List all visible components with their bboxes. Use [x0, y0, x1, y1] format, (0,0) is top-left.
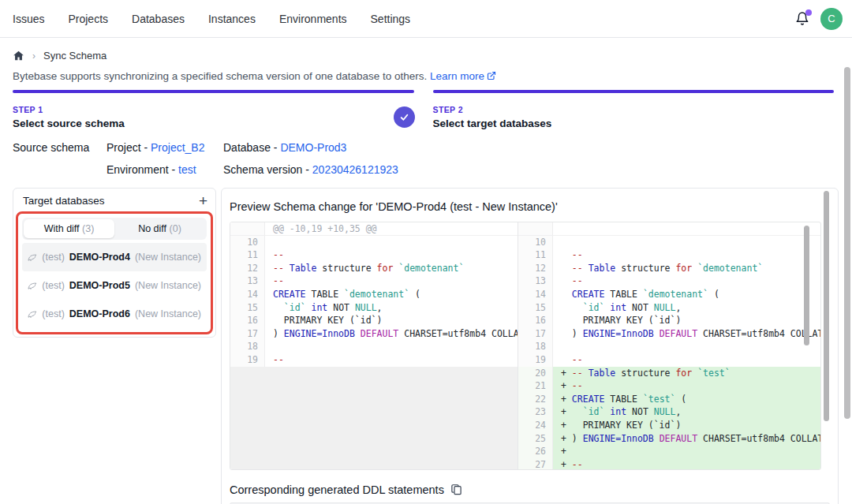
- diff-line: 16 PRIMARY KEY (`id`): [230, 314, 518, 327]
- field-value-link[interactable]: DEMO-Prod3: [280, 141, 346, 154]
- diff-line-code: +: [553, 445, 821, 458]
- diff-line-code: + --: [553, 458, 821, 469]
- line-number: 16: [518, 314, 553, 327]
- line-number: 10: [518, 236, 553, 249]
- field-label: Environment -: [106, 163, 178, 176]
- line-number: 27: [518, 458, 553, 469]
- diff-line-code: CREATE TABLE `demotenant` (: [553, 288, 821, 301]
- database-name: DEMO-Prod6: [69, 308, 130, 319]
- line-number: 19: [230, 353, 265, 367]
- line-number: 16: [230, 314, 265, 327]
- nav-item-issues[interactable]: Issues: [13, 13, 44, 25]
- intro-sentence: Bytebase supports synchronizing a specif…: [13, 70, 427, 82]
- step-1-done-badge: [394, 106, 415, 128]
- home-icon[interactable]: [13, 50, 24, 62]
- clipboard-icon: [450, 483, 462, 496]
- nav-item-instances[interactable]: Instances: [208, 13, 256, 25]
- diff-scrollbar[interactable]: [804, 226, 809, 345]
- nav-item-settings[interactable]: Settings: [371, 13, 411, 25]
- add-target-database-button[interactable]: +: [199, 196, 207, 207]
- diff-line-code: --: [553, 274, 821, 288]
- ddl-section-title: Corresponding generated DDL statements: [230, 483, 444, 496]
- external-link-icon: [487, 71, 496, 83]
- tab-count: (3): [82, 223, 94, 234]
- mysql-icon: [28, 309, 37, 319]
- notification-bell-button[interactable]: [794, 10, 811, 28]
- diff-line: 27+ --: [518, 458, 821, 469]
- database-name: DEMO-Prod5: [69, 280, 130, 291]
- line-number: 21: [518, 379, 553, 393]
- diff-line: 11--: [230, 248, 518, 262]
- chevron-right-icon: ›: [32, 50, 36, 62]
- tab-no-diff[interactable]: No diff (0): [114, 219, 205, 238]
- diff-line-code: + -- Table structure for `test`: [553, 367, 821, 380]
- line-number: 19: [518, 353, 553, 367]
- copy-ddl-button[interactable]: [450, 483, 462, 496]
- target-databases-title: Target databases: [23, 195, 105, 207]
- tab-count: (0): [170, 223, 181, 234]
- preview-panel-scrollbar[interactable]: [824, 191, 829, 421]
- field-value-link[interactable]: Project_B2: [151, 141, 204, 154]
- field-label: Database -: [223, 141, 280, 154]
- diff-line-code: CREATE TABLE `demotenant` (: [265, 288, 518, 301]
- hunk-header-text: @@ -10,19 +10,35 @@: [265, 222, 518, 235]
- database-list: (test) DEMO-Prod4 (New Instance)(test) D…: [22, 240, 207, 328]
- database-name: DEMO-Prod4: [69, 252, 130, 263]
- step-2-title: Select target databases: [433, 118, 835, 129]
- nav-item-databases[interactable]: Databases: [132, 13, 185, 25]
- source-schema-summary: Source schema Project - Project_B2Databa…: [13, 141, 398, 176]
- line-number: 12: [230, 262, 265, 275]
- avatar[interactable]: C: [820, 8, 843, 30]
- line-number: 18: [518, 340, 553, 353]
- database-environment: (test): [42, 308, 64, 319]
- diff-line: 26+: [518, 445, 821, 458]
- source-schema-fields: Project - Project_B2Database - DEMO-Prod…: [106, 141, 398, 176]
- diff-hunk-header-row: @@ -10,19 +10,35 @@: [230, 222, 518, 236]
- learn-more-link[interactable]: Learn more: [430, 70, 484, 82]
- intro-text: Bytebase supports synchronizing a specif…: [13, 70, 496, 83]
- tab-label: No diff: [138, 223, 169, 234]
- database-environment: (test): [42, 280, 64, 291]
- ddl-section-header: Corresponding generated DDL statements: [222, 470, 838, 502]
- database-item[interactable]: (test) DEMO-Prod5 (New Instance): [22, 271, 207, 300]
- nav-item-environments[interactable]: Environments: [279, 13, 347, 25]
- line-number: 11: [518, 248, 553, 262]
- page-scrollbar[interactable]: [844, 67, 850, 419]
- nav-item-projects[interactable]: Projects: [68, 13, 108, 25]
- field-value-link[interactable]: test: [178, 163, 196, 176]
- diff-pane-original: @@ -10,19 +10,35 @@1011--12-- Table stru…: [230, 222, 518, 469]
- diff-line: 11 --: [518, 248, 821, 262]
- diff-line: 24+ PRIMARY KEY (`id`): [518, 419, 821, 432]
- line-number: 12: [518, 262, 553, 275]
- stepper: STEP 1 Select source schema STEP 2 Selec…: [13, 90, 834, 129]
- diff-line-code: + --: [553, 379, 821, 393]
- diff-line: 19 --: [518, 353, 821, 367]
- line-number: 17: [230, 327, 265, 341]
- diff-line: 13 --: [518, 274, 821, 288]
- diff-line: 25+ ) ENGINE=InnoDB DEFAULT CHARSET=utf8…: [518, 432, 821, 446]
- database-item[interactable]: (test) DEMO-Prod6 (New Instance): [22, 300, 207, 328]
- diff-line: 17) ENGINE=InnoDB DEFAULT CHARSET=utf8mb…: [230, 327, 518, 341]
- diff-line-code: --: [265, 274, 518, 288]
- notification-dot: [805, 9, 812, 16]
- diff-line-code: --: [553, 248, 821, 262]
- line-number: 13: [230, 274, 265, 288]
- field-label: Project -: [106, 141, 151, 154]
- diff-line-code: --: [265, 248, 518, 262]
- database-item[interactable]: (test) DEMO-Prod4 (New Instance): [22, 243, 207, 271]
- step-1-title: Select source schema: [13, 118, 414, 129]
- line-number: 14: [230, 288, 265, 301]
- diff-line-code: `id` int NOT NULL,: [265, 301, 518, 315]
- field-value-link[interactable]: 20230426121923: [312, 163, 398, 176]
- nav-right: C: [794, 8, 843, 30]
- diff-line: 10: [230, 236, 518, 249]
- tab-with-diff[interactable]: With diff (3): [24, 219, 114, 238]
- database-suffix: (New Instance): [135, 280, 201, 291]
- step-1-progress-bar: [13, 90, 414, 93]
- top-nav: IssuesProjectsDatabasesInstancesEnvironm…: [0, 0, 852, 38]
- database-suffix: (New Instance): [135, 308, 201, 319]
- diff-line-code: ) ENGINE=InnoDB DEFAULT CHARSET=utf8mb4 …: [553, 327, 821, 341]
- database-suffix: (New Instance): [135, 252, 201, 263]
- field-label: Schema version -: [223, 163, 312, 176]
- check-icon: [399, 112, 409, 122]
